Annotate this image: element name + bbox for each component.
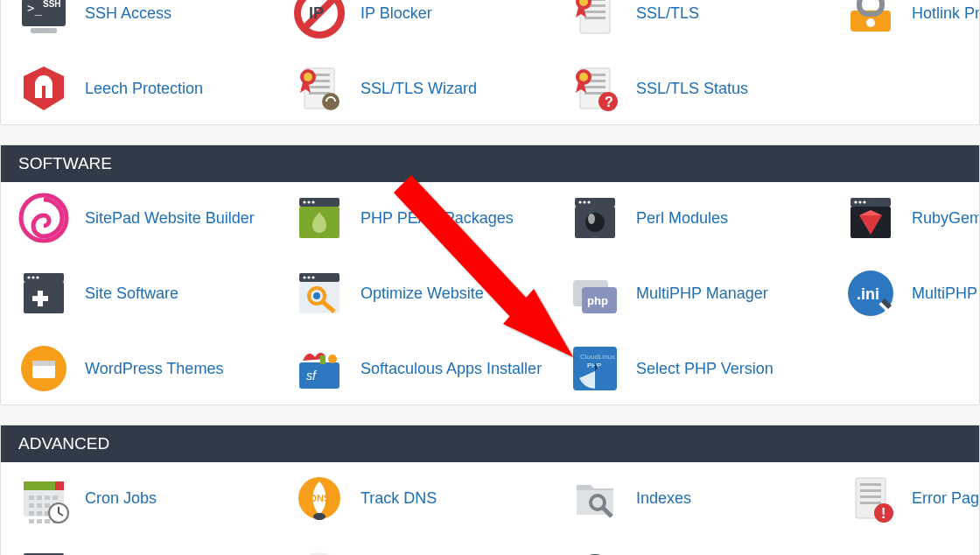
- svg-point-53: [863, 200, 865, 203]
- perl-item[interactable]: Perl Modules: [556, 193, 831, 243]
- perl-label: Perl Modules: [636, 209, 728, 228]
- rubygems-label: RubyGems: [912, 209, 980, 228]
- svg-point-46: [587, 200, 590, 203]
- ssltls-icon: [570, 0, 620, 39]
- selectphp-label: Select PHP Version: [636, 360, 774, 378]
- optimize-item[interactable]: Optimize Website: [280, 268, 556, 319]
- pear-label: PHP PEAR Packages: [360, 209, 514, 228]
- errorpages-label: Error Pages: [912, 489, 980, 508]
- svg-rect-90: [37, 503, 42, 508]
- svg-rect-16: [859, 0, 882, 14]
- cron-icon: [18, 473, 69, 523]
- selectphp-item[interactable]: CloudLinuxPHPSelect PHP Version: [556, 343, 831, 394]
- svg-rect-94: [37, 511, 42, 516]
- svg-rect-93: [29, 511, 34, 516]
- wpthemes-icon: [18, 343, 69, 394]
- ssh-access-item[interactable]: >_SSHSSH Access: [4, 0, 280, 39]
- svg-point-62: [307, 276, 310, 278]
- svg-rect-75: [32, 361, 55, 366]
- svg-point-17: [866, 18, 875, 27]
- svg-text:IP: IP: [309, 4, 324, 22]
- svg-text:CloudLinux: CloudLinux: [580, 353, 615, 361]
- perl-icon: [570, 193, 620, 243]
- svg-text:DNS: DNS: [310, 493, 330, 503]
- svg-point-63: [312, 276, 314, 278]
- multiphpini-label: MultiPHP INI: [912, 285, 980, 303]
- extra1-item[interactable]: [4, 548, 280, 555]
- trackdns-item[interactable]: DNSTrack DNS: [280, 473, 556, 523]
- extra3-item[interactable]: [556, 548, 831, 555]
- svg-rect-76: [299, 362, 340, 389]
- indexes-item[interactable]: Indexes: [556, 473, 831, 523]
- svg-text:PHP: PHP: [587, 362, 601, 369]
- svg-point-39: [303, 200, 305, 203]
- hotlink-item[interactable]: Hotlink Pro: [831, 0, 980, 39]
- rubygems-item[interactable]: RubyGems: [831, 193, 980, 243]
- svg-point-56: [27, 276, 30, 278]
- advanced-panel: ADVANCEDCron JobsDNSTrack DNSIndexes!Err…: [0, 425, 980, 555]
- svg-text:SSH: SSH: [43, 0, 61, 9]
- errorpages-item[interactable]: !Error Pages: [831, 473, 980, 523]
- svg-rect-12: [584, 17, 606, 19]
- extra3-icon: [570, 548, 620, 555]
- hotlink-icon: [845, 0, 896, 39]
- pear-item[interactable]: PHP PEAR Packages: [280, 193, 556, 243]
- sslstatus-label: SSL/TLS Status: [636, 80, 748, 98]
- svg-rect-89: [29, 503, 34, 508]
- cron-item[interactable]: Cron Jobs: [4, 473, 280, 523]
- multiphp-icon: php: [570, 268, 620, 319]
- ip-blocker-icon: IP: [294, 0, 345, 39]
- leech-item[interactable]: Leech Protection: [4, 63, 280, 114]
- indexes-icon: [570, 473, 620, 523]
- trackdns-icon: DNS: [294, 473, 345, 523]
- sitepad-icon: [18, 193, 69, 243]
- svg-point-51: [854, 200, 857, 203]
- panel-header: SOFTWARE: [1, 145, 979, 182]
- ip-blocker-item[interactable]: IPIP Blocker: [280, 0, 556, 39]
- svg-rect-108: [860, 483, 881, 486]
- svg-point-34: [579, 73, 588, 81]
- svg-rect-1: [31, 28, 57, 33]
- svg-rect-88: [52, 495, 58, 500]
- ip-blocker-label: IP Blocker: [360, 4, 432, 23]
- trackdns-label: Track DNS: [360, 489, 437, 508]
- softaculous-label: Softaculous Apps Installer: [360, 360, 542, 378]
- svg-rect-22: [309, 86, 330, 88]
- svg-rect-98: [37, 519, 42, 523]
- svg-rect-11: [584, 11, 606, 13]
- sitepad-label: SitePad Website Builder: [85, 209, 255, 228]
- sslwizard-item[interactable]: SSL/TLS Wizard: [280, 63, 556, 114]
- leech-icon: [18, 63, 69, 114]
- sslwizard-icon: [294, 63, 345, 114]
- panel-body: >_SSHSSH AccessIPIP BlockerSSL/TLSHotlin…: [1, 0, 979, 124]
- hotlink-label: Hotlink Pro: [912, 4, 980, 23]
- svg-text:>_: >_: [27, 1, 42, 16]
- svg-rect-91: [45, 503, 50, 508]
- indexes-label: Indexes: [636, 489, 691, 508]
- ssh-access-label: SSH Access: [85, 4, 172, 23]
- svg-rect-99: [45, 519, 50, 523]
- svg-rect-109: [860, 489, 881, 492]
- svg-text:php: php: [587, 294, 608, 307]
- svg-rect-97: [29, 519, 34, 523]
- svg-point-44: [578, 200, 581, 203]
- optimize-label: Optimize Website: [360, 285, 484, 303]
- svg-point-26: [322, 93, 340, 110]
- extra2-item[interactable]: [280, 548, 556, 555]
- cron-label: Cron Jobs: [85, 489, 157, 508]
- svg-point-52: [858, 200, 861, 203]
- sslstatus-item[interactable]: ?SSL/TLS Status: [556, 63, 831, 114]
- svg-point-40: [307, 200, 310, 203]
- sitepad-item[interactable]: SitePad Website Builder: [4, 193, 280, 243]
- wpthemes-item[interactable]: WordPress Themes: [4, 343, 280, 394]
- multiphpini-item[interactable]: .iniMultiPHP INI: [831, 268, 980, 319]
- softaculous-item[interactable]: sfSoftaculous Apps Installer: [280, 343, 556, 394]
- svg-point-57: [32, 276, 34, 278]
- ssltls-item[interactable]: SSL/TLS: [556, 0, 831, 39]
- security-panel: >_SSHSSH AccessIPIP BlockerSSL/TLSHotlin…: [0, 0, 980, 125]
- multiphp-item[interactable]: phpMultiPHP Manager: [556, 268, 831, 319]
- optimize-icon: [294, 268, 345, 319]
- svg-rect-87: [45, 495, 50, 500]
- sitesoftware-item[interactable]: Site Software: [4, 268, 280, 319]
- multiphpini-icon: .ini: [845, 268, 896, 319]
